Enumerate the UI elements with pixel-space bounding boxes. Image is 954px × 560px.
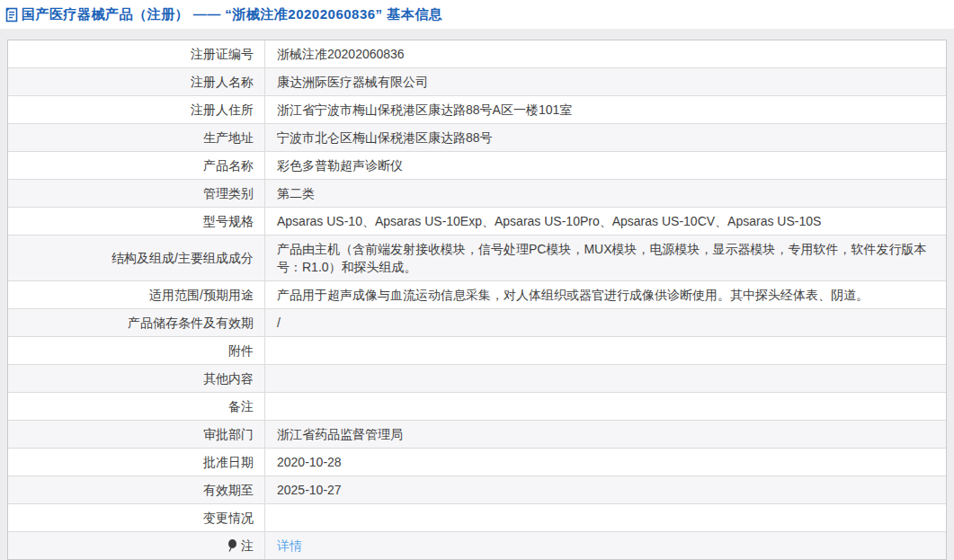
row-label: 产品储存条件及有效期: [8, 309, 265, 336]
table-row-approval-department: 审批部门 浙江省药品监督管理局: [8, 421, 946, 449]
document-icon: [4, 7, 19, 22]
table-row-intended-use: 适用范围/预期用途 产品用于超声成像与血流运动信息采集，对人体组织或器官进行成像…: [8, 281, 946, 309]
row-label: 有效期至: [8, 476, 265, 503]
table-row-registrant-name: 注册人名称 康达洲际医疗器械有限公司: [8, 68, 946, 96]
row-label: 结构及组成/主要组成成分: [8, 236, 265, 280]
row-label: 注册人住所: [8, 96, 265, 123]
page-header: 国产医疗器械产品（注册） —— “浙械注准20202060836” 基本信息: [0, 0, 954, 29]
row-value: 彩色多普勒超声诊断仪: [277, 156, 403, 174]
table-row-storage-validity: 产品储存条件及有效期 /: [8, 309, 946, 337]
row-label: 注册人名称: [8, 68, 265, 95]
row-label: 审批部门: [8, 421, 265, 448]
row-value: 2020-10-28: [277, 453, 342, 471]
row-label: 生产地址: [8, 124, 265, 151]
row-label: 管理类别: [8, 180, 265, 207]
page: 国产医疗器械产品（注册） —— “浙械注准20202060836” 基本信息 注…: [0, 0, 954, 560]
table-row-remarks: 备注: [8, 393, 946, 421]
table-row-valid-until: 有效期至 2025-10-27: [8, 476, 946, 504]
table-row-management-category: 管理类别 第二类: [8, 180, 946, 208]
row-value: 浙江省药品监督管理局: [277, 425, 403, 443]
row-label: 其他内容: [8, 365, 265, 392]
row-value: 浙械注准20202060836: [277, 45, 405, 63]
row-label: 注: [241, 537, 254, 555]
registration-info-table: 注册证编号 浙械注准20202060836 注册人名称 康达洲际医疗器械有限公司…: [7, 40, 947, 560]
row-value: /: [277, 314, 281, 332]
table-row-attachments: 附件: [8, 337, 946, 365]
table-row-note: 注 详情: [8, 532, 946, 559]
table-row-registration-number: 注册证编号 浙械注准20202060836: [8, 40, 946, 68]
row-value: Apsaras US-10、Apsaras US-10Exp、Apsaras U…: [277, 212, 821, 230]
page-title: 国产医疗器械产品（注册） —— “浙械注准20202060836” 基本信息: [22, 6, 442, 23]
table-row-registrant-address: 注册人住所 浙江省宁波市梅山保税港区康达路88号A区一楼101室: [8, 96, 946, 124]
row-label: 备注: [8, 393, 265, 420]
row-value: 浙江省宁波市梅山保税港区康达路88号A区一楼101室: [277, 101, 572, 119]
row-label: 批准日期: [8, 449, 265, 476]
note-balloon-icon: [227, 539, 237, 552]
table-row-product-name: 产品名称 彩色多普勒超声诊断仪: [8, 152, 946, 180]
table-row-change-status: 变更情况: [8, 504, 946, 532]
row-value: 康达洲际医疗器械有限公司: [277, 73, 428, 91]
table-row-other-content: 其他内容: [8, 365, 946, 393]
row-value: 宁波市北仑区梅山保税港区康达路88号: [277, 129, 493, 147]
row-value: 第二类: [277, 184, 315, 202]
row-value: 产品用于超声成像与血流运动信息采集，对人体组织或器官进行成像供诊断使用。其中探头…: [277, 286, 869, 304]
row-label: 变更情况: [8, 504, 265, 531]
row-label: 产品名称: [8, 152, 265, 179]
row-value: 产品由主机（含前端发射接收模块，信号处理PC模块，MUX模块，电源模块，显示器模…: [277, 240, 933, 276]
table-row-structure-composition: 结构及组成/主要组成成分 产品由主机（含前端发射接收模块，信号处理PC模块，MU…: [8, 236, 946, 281]
row-label: 型号规格: [8, 208, 265, 235]
row-label: 适用范围/预期用途: [8, 281, 265, 308]
table-row-approval-date: 批准日期 2020-10-28: [8, 449, 946, 476]
row-label: 附件: [8, 337, 265, 364]
table-row-production-address: 生产地址 宁波市北仑区梅山保税港区康达路88号: [8, 124, 946, 152]
detail-link[interactable]: 详情: [277, 537, 302, 555]
table-row-model-spec: 型号规格 Apsaras US-10、Apsaras US-10Exp、Apsa…: [8, 208, 946, 236]
row-value: 2025-10-27: [277, 481, 342, 499]
row-label: 注册证编号: [8, 40, 265, 67]
